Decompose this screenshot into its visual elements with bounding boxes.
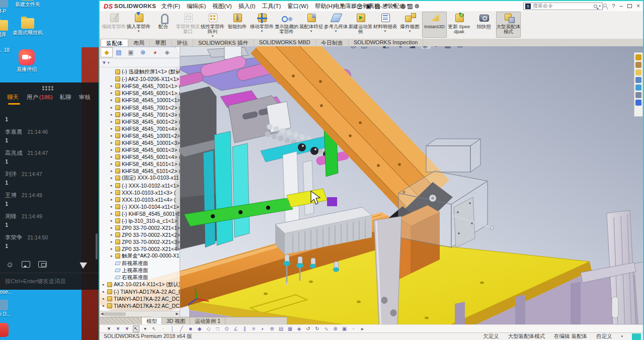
desktop-icon[interactable]: 直播伴侣 bbox=[11, 49, 42, 72]
ribbon-tab[interactable]: SOLIDWORKS MBD bbox=[254, 39, 316, 46]
expand-arrow-icon[interactable]: ▸ bbox=[111, 148, 115, 152]
ribbon-button[interactable]: 参考几何体 ▾ bbox=[324, 12, 348, 38]
tree-item[interactable]: ▸ XXX-10-0103-x11<3> ( bbox=[100, 189, 180, 196]
expand-arrow-icon[interactable]: ▸ bbox=[111, 91, 115, 95]
tree-item[interactable]: ▸ TIANYI-AD17KA-22 AC_DC2 bbox=[100, 302, 180, 309]
drag-handle[interactable] bbox=[0, 83, 99, 91]
tree-item[interactable]: ▸ KHFS8_4545_6001<4> ( bbox=[100, 153, 180, 160]
scrollbar-thumb[interactable] bbox=[176, 211, 179, 250]
tree-item[interactable]: ▸ KHFS8_4545_6001<2> ( bbox=[100, 118, 180, 125]
scroll-right-arrow[interactable]: ▶ bbox=[176, 312, 179, 316]
expand-arrow-icon[interactable]: ▸ bbox=[111, 162, 115, 166]
viewport-3d[interactable] bbox=[100, 46, 644, 324]
filter-tool-icon[interactable]: ◦ bbox=[350, 326, 357, 332]
manager-tab[interactable]: ◕ bbox=[149, 47, 161, 57]
ribbon-button[interactable]: 零部件预览窗口 bbox=[176, 12, 200, 38]
filter-tool-icon[interactable]: ▣ bbox=[341, 326, 348, 332]
expand-arrow-icon[interactable]: ▸ bbox=[111, 84, 115, 88]
task-pane-icon[interactable] bbox=[635, 100, 641, 106]
menu-item[interactable]: 文件(F) bbox=[161, 3, 180, 10]
desktop-icon-image[interactable] bbox=[21, 18, 34, 29]
expand-arrow-icon[interactable]: ▸ bbox=[111, 219, 115, 223]
manager-tab[interactable]: ▤ bbox=[113, 47, 125, 57]
menu-item[interactable]: 编辑(E) bbox=[187, 3, 206, 10]
expand-arrow-icon[interactable]: ▸ bbox=[111, 198, 115, 202]
filter-tool-icon[interactable]: ╱ bbox=[178, 326, 185, 332]
tree-item[interactable]: ▸ ZP0 33-70-0002-X21<2> bbox=[100, 231, 180, 238]
scroll-up-arrow[interactable]: ▲ bbox=[176, 69, 179, 73]
filter-tool-icon[interactable]: ↺ bbox=[305, 326, 311, 332]
expand-arrow-icon[interactable]: ▸ bbox=[103, 304, 107, 308]
filter-tool-icon[interactable]: ◆ bbox=[196, 326, 203, 332]
filter-tool-icon[interactable]: ◐ bbox=[260, 326, 266, 332]
ribbon-button[interactable]: 插入零部件 ▾ bbox=[126, 12, 151, 38]
ribbon-tab[interactable]: 评估 bbox=[172, 39, 193, 46]
expand-arrow-icon[interactable]: ▸ bbox=[111, 98, 115, 102]
minimize-button[interactable]: – bbox=[619, 3, 623, 10]
desktop-icon-image[interactable] bbox=[21, 0, 34, 1]
ribbon-button[interactable]: 线性零部件阵列 ▾ bbox=[200, 12, 225, 38]
manager-tab[interactable]: ◈ bbox=[161, 47, 173, 57]
expand-arrow-icon[interactable]: ▸ bbox=[111, 205, 115, 209]
pin-icon[interactable] bbox=[340, 4, 345, 9]
desktop-icon[interactable]: UMi D... bbox=[0, 300, 20, 317]
desktop-icon[interactable]: 新建文件夹 bbox=[12, 0, 43, 8]
task-pane-icon[interactable] bbox=[635, 69, 641, 75]
expand-arrow-icon[interactable]: ▸ bbox=[111, 106, 115, 110]
filter-tool-icon[interactable]: ⊙ bbox=[223, 326, 230, 332]
tree-vertical-scrollbar[interactable]: ▲ bbox=[175, 69, 180, 310]
tree-item[interactable]: (-) AK2-10-0206-X11<1> bbox=[100, 75, 180, 82]
expand-arrow-icon[interactable]: ▸ bbox=[111, 176, 115, 180]
filter-tool-icon[interactable]: ↖ bbox=[133, 325, 139, 332]
ribbon-tab[interactable]: 布局 bbox=[128, 39, 150, 46]
tree-item[interactable]: ▸ ZP0 33-70-0002-X21<1> bbox=[100, 224, 180, 231]
ribbon-button[interactable]: 新建运动算例 bbox=[348, 12, 373, 38]
quick-access-button[interactable]: ◍ bbox=[400, 3, 403, 10]
tree-item[interactable]: ▸ KHFS8_4545_6001<3> ( bbox=[100, 146, 180, 153]
ribbon-button[interactable]: 移动零部件 ▾ bbox=[250, 12, 274, 38]
tree-item[interactable]: ▸ KHFS8_4545_7001<3> ( bbox=[100, 111, 180, 118]
desktop-icon-image[interactable] bbox=[19, 49, 35, 65]
ribbon-button[interactable]: 智能扣件 bbox=[225, 12, 250, 38]
quick-access-button[interactable]: ↖ ▾ bbox=[392, 3, 396, 10]
tree-item[interactable]: ▸ XXX-10-0103-x11<4> ( bbox=[100, 196, 180, 203]
chat-tab[interactable]: 私聊 bbox=[59, 94, 72, 101]
ribbon-button[interactable]: 编辑零部件 bbox=[102, 12, 126, 38]
filter-tool-icon[interactable]: ▼ bbox=[124, 326, 130, 332]
filter-tool-icon[interactable]: ↻ bbox=[314, 326, 320, 332]
tree-item[interactable]: ▸ (-) XXX-10-0104-x11<1> bbox=[100, 203, 180, 210]
expand-arrow-icon[interactable]: ▸ bbox=[103, 283, 107, 287]
chat-message-list[interactable]: 1 李嘉晨21:14:46 1 高兆成21:14:47 1 刘洋21:14:47 bbox=[5, 106, 94, 256]
filter-tool-icon[interactable]: ∿ bbox=[323, 326, 330, 332]
tree-item[interactable]: ▸ ZP0 33-70-0002-X21<3> bbox=[100, 238, 180, 245]
filter-tool-icon[interactable]: ▤ bbox=[278, 326, 284, 332]
tree-item[interactable]: ▸ 触屏盒^AK2-00-0000-X1 bbox=[100, 252, 180, 260]
maximize-button[interactable] bbox=[627, 4, 632, 8]
tree-item[interactable]: ▸ KHFS8_4545_10001<1> bbox=[100, 97, 180, 104]
tree-item[interactable]: ▸ TIANYI-AD17KA-22 AC_DC2 bbox=[100, 295, 180, 302]
expand-arrow-icon[interactable]: ▸ bbox=[111, 254, 115, 258]
filter-funnel-icon[interactable]: ▼ bbox=[102, 60, 107, 65]
ribbon-tab[interactable]: SOLIDWORKS 插件 bbox=[193, 39, 254, 46]
close-button[interactable]: × bbox=[636, 3, 640, 10]
image-icon[interactable] bbox=[22, 261, 30, 268]
desktop-icon-image[interactable] bbox=[0, 300, 8, 310]
filter-tool-icon[interactable]: ∠ bbox=[232, 326, 239, 332]
chat-tab[interactable]: 审核 bbox=[79, 94, 92, 101]
tree-item[interactable]: ▸ KHFS8_4545_6101<2> ( bbox=[100, 167, 180, 175]
desktop-icon-image[interactable] bbox=[0, 323, 9, 337]
ribbon-tab[interactable]: 今日制造 bbox=[316, 39, 349, 46]
menu-item[interactable]: 帮助(H) bbox=[315, 3, 335, 10]
tree-item[interactable]: (-) 迅捷触控屏1<1> (默认 bbox=[100, 68, 180, 75]
search-icon[interactable] bbox=[594, 5, 597, 8]
task-pane-icon[interactable] bbox=[635, 84, 641, 91]
scrollbar-thumb[interactable] bbox=[104, 312, 126, 316]
model-tab[interactable]: 运动算例 1 bbox=[190, 317, 225, 324]
expand-arrow-icon[interactable]: ▸ bbox=[111, 141, 115, 145]
expand-arrow-icon[interactable]: ▸ bbox=[111, 127, 115, 131]
filter-tool-icon[interactable]: ▼ bbox=[106, 326, 112, 332]
tree-item[interactable]: ▸ (-) TIANYI-AD17KA-22 AC_D bbox=[100, 288, 180, 295]
ribbon-tab[interactable]: SOLIDWORKS Inspection bbox=[349, 39, 424, 46]
tree-item[interactable]: ▸ (-) KHFS8_4545_6001<5 bbox=[100, 210, 180, 217]
tree-item[interactable]: ▸ KHFS8_4545_6101<1> ( bbox=[100, 160, 180, 167]
